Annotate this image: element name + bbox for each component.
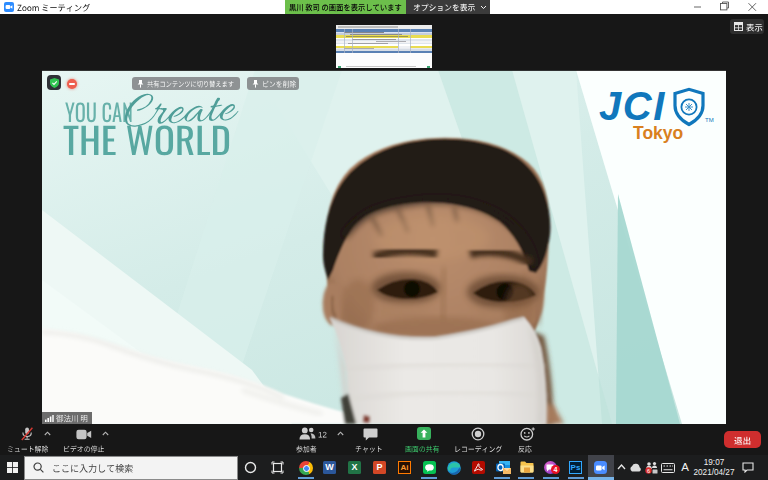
svg-text:TM: TM	[705, 117, 714, 123]
svg-text:6: 6	[647, 468, 650, 474]
svg-text:JCI: JCI	[599, 84, 666, 128]
svg-text:Tokyo: Tokyo	[633, 123, 683, 143]
